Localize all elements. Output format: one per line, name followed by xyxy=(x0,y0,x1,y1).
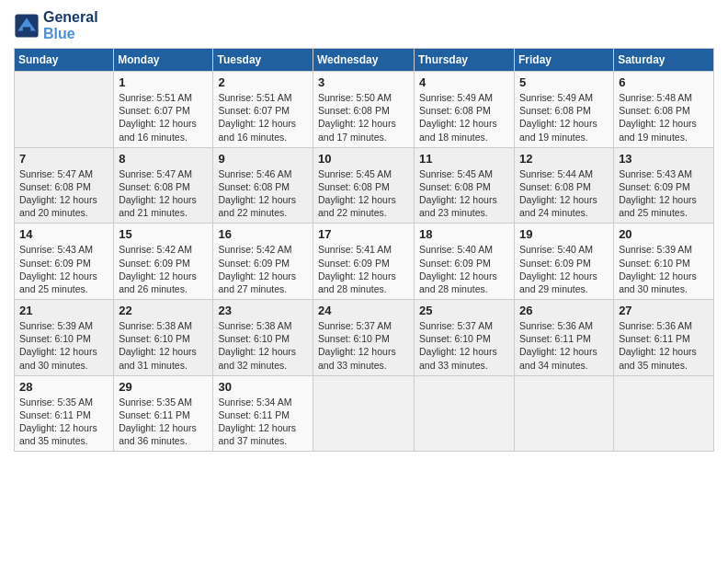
calendar-cell xyxy=(313,375,415,452)
day-info: Sunrise: 5:38 AM Sunset: 6:10 PM Dayligh… xyxy=(119,319,208,372)
calendar-header-row: SundayMondayTuesdayWednesdayThursdayFrid… xyxy=(15,49,714,72)
day-info: Sunrise: 5:38 AM Sunset: 6:10 PM Dayligh… xyxy=(218,319,308,372)
calendar-cell: 4Sunrise: 5:49 AM Sunset: 6:08 PM Daylig… xyxy=(415,72,515,148)
day-number: 21 xyxy=(19,304,108,317)
day-info: Sunrise: 5:35 AM Sunset: 6:11 PM Dayligh… xyxy=(119,396,208,448)
calendar-cell: 23Sunrise: 5:38 AM Sunset: 6:10 PM Dayli… xyxy=(213,300,313,376)
calendar-cell: 27Sunrise: 5:36 AM Sunset: 6:11 PM Dayli… xyxy=(614,300,714,376)
calendar-cell: 15Sunrise: 5:42 AM Sunset: 6:09 PM Dayli… xyxy=(114,224,213,300)
day-info: Sunrise: 5:42 AM Sunset: 6:09 PM Dayligh… xyxy=(218,243,308,295)
calendar-cell: 21Sunrise: 5:39 AM Sunset: 6:10 PM Dayli… xyxy=(15,300,114,376)
day-number: 15 xyxy=(119,227,208,241)
day-info: Sunrise: 5:45 AM Sunset: 6:08 PM Dayligh… xyxy=(419,167,509,220)
day-info: Sunrise: 5:36 AM Sunset: 6:11 PM Dayligh… xyxy=(519,319,609,372)
calendar-cell: 5Sunrise: 5:49 AM Sunset: 6:08 PM Daylig… xyxy=(515,72,614,148)
day-number: 13 xyxy=(619,152,709,166)
calendar-body: 1Sunrise: 5:51 AM Sunset: 6:07 PM Daylig… xyxy=(15,72,714,452)
column-header-saturday: Saturday xyxy=(614,49,714,72)
day-number: 16 xyxy=(218,227,308,241)
day-info: Sunrise: 5:40 AM Sunset: 6:09 PM Dayligh… xyxy=(419,243,509,295)
calendar-cell: 1Sunrise: 5:51 AM Sunset: 6:07 PM Daylig… xyxy=(114,72,213,148)
calendar-cell: 7Sunrise: 5:47 AM Sunset: 6:08 PM Daylig… xyxy=(15,147,114,224)
calendar-week-2: 7Sunrise: 5:47 AM Sunset: 6:08 PM Daylig… xyxy=(15,147,714,224)
calendar-cell: 9Sunrise: 5:46 AM Sunset: 6:08 PM Daylig… xyxy=(213,147,313,224)
column-header-friday: Friday xyxy=(515,49,614,72)
calendar-cell: 26Sunrise: 5:36 AM Sunset: 6:11 PM Dayli… xyxy=(515,300,614,376)
calendar-cell: 17Sunrise: 5:41 AM Sunset: 6:09 PM Dayli… xyxy=(313,224,415,300)
calendar-cell: 10Sunrise: 5:45 AM Sunset: 6:08 PM Dayli… xyxy=(313,147,415,224)
calendar-header: SundayMondayTuesdayWednesdayThursdayFrid… xyxy=(15,49,714,72)
day-number: 11 xyxy=(419,152,509,166)
day-info: Sunrise: 5:49 AM Sunset: 6:08 PM Dayligh… xyxy=(419,91,509,144)
day-info: Sunrise: 5:39 AM Sunset: 6:10 PM Dayligh… xyxy=(19,319,108,372)
day-info: Sunrise: 5:43 AM Sunset: 6:09 PM Dayligh… xyxy=(619,167,709,220)
calendar-cell: 24Sunrise: 5:37 AM Sunset: 6:10 PM Dayli… xyxy=(313,300,415,376)
day-number: 27 xyxy=(619,304,709,317)
day-info: Sunrise: 5:37 AM Sunset: 6:10 PM Dayligh… xyxy=(419,319,509,372)
day-number: 6 xyxy=(619,75,709,89)
calendar-cell: 3Sunrise: 5:50 AM Sunset: 6:08 PM Daylig… xyxy=(313,72,415,148)
page-header: General Blue xyxy=(14,9,714,42)
calendar-week-4: 21Sunrise: 5:39 AM Sunset: 6:10 PM Dayli… xyxy=(15,300,714,376)
day-number: 23 xyxy=(218,304,308,317)
calendar-cell: 13Sunrise: 5:43 AM Sunset: 6:09 PM Dayli… xyxy=(614,147,714,224)
day-info: Sunrise: 5:49 AM Sunset: 6:08 PM Dayligh… xyxy=(519,91,609,144)
day-info: Sunrise: 5:43 AM Sunset: 6:09 PM Dayligh… xyxy=(19,243,108,295)
calendar-week-1: 1Sunrise: 5:51 AM Sunset: 6:07 PM Daylig… xyxy=(15,72,714,148)
day-info: Sunrise: 5:50 AM Sunset: 6:08 PM Dayligh… xyxy=(318,91,409,144)
day-number: 25 xyxy=(419,304,509,317)
day-info: Sunrise: 5:47 AM Sunset: 6:08 PM Dayligh… xyxy=(19,167,108,220)
calendar-cell xyxy=(614,375,714,452)
calendar-cell: 29Sunrise: 5:35 AM Sunset: 6:11 PM Dayli… xyxy=(114,375,213,452)
day-info: Sunrise: 5:34 AM Sunset: 6:11 PM Dayligh… xyxy=(218,396,308,448)
day-number: 14 xyxy=(19,227,108,241)
day-number: 12 xyxy=(519,152,609,166)
logo-text: General Blue xyxy=(43,9,98,42)
calendar-cell: 11Sunrise: 5:45 AM Sunset: 6:08 PM Dayli… xyxy=(415,147,515,224)
day-info: Sunrise: 5:46 AM Sunset: 6:08 PM Dayligh… xyxy=(218,167,308,220)
calendar-week-3: 14Sunrise: 5:43 AM Sunset: 6:09 PM Dayli… xyxy=(15,224,714,300)
logo-icon xyxy=(14,13,40,39)
day-number: 29 xyxy=(119,380,208,394)
day-number: 3 xyxy=(318,75,409,89)
day-info: Sunrise: 5:47 AM Sunset: 6:08 PM Dayligh… xyxy=(119,167,208,220)
calendar-cell: 8Sunrise: 5:47 AM Sunset: 6:08 PM Daylig… xyxy=(114,147,213,224)
day-number: 4 xyxy=(419,75,509,89)
svg-rect-2 xyxy=(23,27,30,32)
day-number: 26 xyxy=(519,304,609,317)
day-number: 17 xyxy=(318,227,409,241)
calendar-cell: 18Sunrise: 5:40 AM Sunset: 6:09 PM Dayli… xyxy=(415,224,515,300)
day-number: 2 xyxy=(218,75,308,89)
calendar-table: SundayMondayTuesdayWednesdayThursdayFrid… xyxy=(14,48,714,452)
calendar-cell: 25Sunrise: 5:37 AM Sunset: 6:10 PM Dayli… xyxy=(415,300,515,376)
calendar-cell: 19Sunrise: 5:40 AM Sunset: 6:09 PM Dayli… xyxy=(515,224,614,300)
calendar-cell: 16Sunrise: 5:42 AM Sunset: 6:09 PM Dayli… xyxy=(213,224,313,300)
day-number: 22 xyxy=(119,304,208,317)
day-info: Sunrise: 5:37 AM Sunset: 6:10 PM Dayligh… xyxy=(318,319,409,372)
calendar-cell: 12Sunrise: 5:44 AM Sunset: 6:08 PM Dayli… xyxy=(515,147,614,224)
day-number: 10 xyxy=(318,152,409,166)
day-info: Sunrise: 5:48 AM Sunset: 6:08 PM Dayligh… xyxy=(619,91,709,144)
calendar-cell: 20Sunrise: 5:39 AM Sunset: 6:10 PM Dayli… xyxy=(614,224,714,300)
calendar-cell xyxy=(415,375,515,452)
logo: General Blue xyxy=(14,9,98,42)
day-number: 30 xyxy=(218,380,308,394)
calendar-cell xyxy=(15,72,114,148)
column-header-monday: Monday xyxy=(114,49,213,72)
day-number: 5 xyxy=(519,75,609,89)
calendar-week-5: 28Sunrise: 5:35 AM Sunset: 6:11 PM Dayli… xyxy=(15,375,714,452)
column-header-thursday: Thursday xyxy=(415,49,515,72)
calendar-cell: 14Sunrise: 5:43 AM Sunset: 6:09 PM Dayli… xyxy=(15,224,114,300)
day-info: Sunrise: 5:51 AM Sunset: 6:07 PM Dayligh… xyxy=(218,91,308,144)
day-number: 19 xyxy=(519,227,609,241)
day-info: Sunrise: 5:39 AM Sunset: 6:10 PM Dayligh… xyxy=(619,243,709,295)
day-info: Sunrise: 5:41 AM Sunset: 6:09 PM Dayligh… xyxy=(318,243,409,295)
day-number: 28 xyxy=(19,380,108,394)
day-number: 7 xyxy=(19,152,108,166)
day-number: 18 xyxy=(419,227,509,241)
calendar-cell: 6Sunrise: 5:48 AM Sunset: 6:08 PM Daylig… xyxy=(614,72,714,148)
day-number: 9 xyxy=(218,152,308,166)
day-number: 1 xyxy=(119,75,208,89)
calendar-cell xyxy=(515,375,614,452)
day-info: Sunrise: 5:36 AM Sunset: 6:11 PM Dayligh… xyxy=(619,319,709,372)
